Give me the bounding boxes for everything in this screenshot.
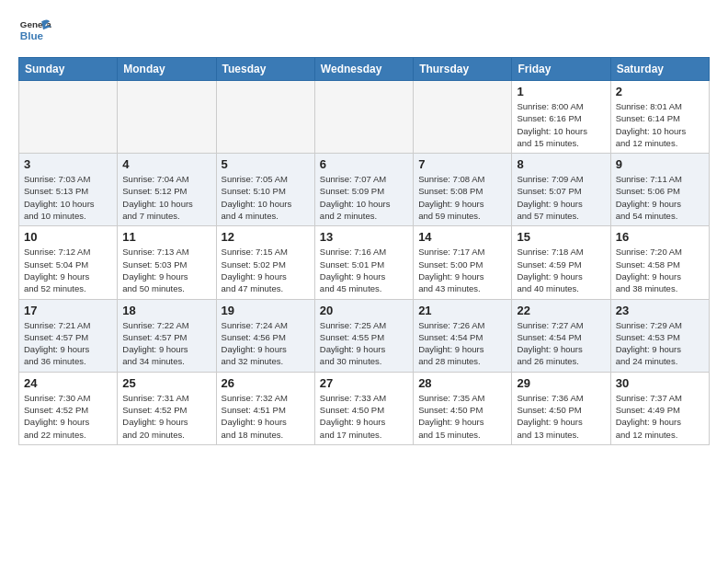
day-number: 4 xyxy=(122,157,210,171)
weekday-header: Tuesday xyxy=(216,58,314,81)
day-info: Sunrise: 7:08 AMSunset: 5:08 PMDaylight:… xyxy=(418,173,506,222)
day-number: 28 xyxy=(418,376,506,390)
day-number: 8 xyxy=(517,157,605,171)
day-number: 5 xyxy=(222,157,310,171)
calendar-cell: 8Sunrise: 7:09 AMSunset: 5:07 PMDaylight… xyxy=(512,154,610,226)
day-info: Sunrise: 8:01 AMSunset: 6:14 PMDaylight:… xyxy=(616,100,704,149)
calendar-cell xyxy=(314,81,413,154)
calendar-cell: 23Sunrise: 7:29 AMSunset: 4:53 PMDayligh… xyxy=(610,299,709,372)
calendar-cell: 15Sunrise: 7:18 AMSunset: 4:59 PMDayligh… xyxy=(512,226,610,299)
header: General Blue xyxy=(18,15,710,48)
day-number: 30 xyxy=(616,376,704,390)
weekday-header: Thursday xyxy=(414,58,512,81)
day-info: Sunrise: 7:05 AMSunset: 5:10 PMDaylight:… xyxy=(222,173,310,222)
calendar-cell: 20Sunrise: 7:25 AMSunset: 4:55 PMDayligh… xyxy=(314,299,413,372)
day-info: Sunrise: 7:21 AMSunset: 4:57 PMDaylight:… xyxy=(24,319,112,368)
calendar-cell: 26Sunrise: 7:32 AMSunset: 4:51 PMDayligh… xyxy=(216,372,314,444)
calendar-cell: 14Sunrise: 7:17 AMSunset: 5:00 PMDayligh… xyxy=(414,226,512,299)
day-info: Sunrise: 7:26 AMSunset: 4:54 PMDaylight:… xyxy=(418,319,506,368)
day-info: Sunrise: 7:15 AMSunset: 5:02 PMDaylight:… xyxy=(222,246,310,294)
weekday-header: Wednesday xyxy=(314,58,413,81)
calendar-week-row: 3Sunrise: 7:03 AMSunset: 5:13 PMDaylight… xyxy=(19,154,710,226)
day-info: Sunrise: 7:18 AMSunset: 4:59 PMDaylight:… xyxy=(517,246,605,294)
day-info: Sunrise: 7:12 AMSunset: 5:04 PMDaylight:… xyxy=(24,246,112,294)
day-number: 18 xyxy=(122,304,210,317)
day-info: Sunrise: 7:27 AMSunset: 4:54 PMDaylight:… xyxy=(517,319,605,368)
day-info: Sunrise: 7:30 AMSunset: 4:52 PMDaylight:… xyxy=(24,392,112,441)
day-number: 24 xyxy=(24,376,112,390)
calendar-cell: 10Sunrise: 7:12 AMSunset: 5:04 PMDayligh… xyxy=(19,226,118,299)
calendar-cell: 6Sunrise: 7:07 AMSunset: 5:09 PMDaylight… xyxy=(314,154,413,226)
calendar-cell: 11Sunrise: 7:13 AMSunset: 5:03 PMDayligh… xyxy=(118,226,216,299)
calendar-week-row: 1Sunrise: 8:00 AMSunset: 6:16 PMDaylight… xyxy=(19,81,710,154)
day-info: Sunrise: 8:00 AMSunset: 6:16 PMDaylight:… xyxy=(517,100,605,149)
calendar-cell: 27Sunrise: 7:33 AMSunset: 4:50 PMDayligh… xyxy=(314,372,413,444)
day-info: Sunrise: 7:13 AMSunset: 5:03 PMDaylight:… xyxy=(122,246,210,294)
svg-text:Blue: Blue xyxy=(20,29,44,41)
weekday-header: Sunday xyxy=(19,58,118,81)
day-info: Sunrise: 7:09 AMSunset: 5:07 PMDaylight:… xyxy=(517,173,605,222)
day-info: Sunrise: 7:29 AMSunset: 4:53 PMDaylight:… xyxy=(616,319,704,368)
day-info: Sunrise: 7:03 AMSunset: 5:13 PMDaylight:… xyxy=(24,173,112,222)
day-number: 26 xyxy=(222,376,310,390)
day-number: 1 xyxy=(517,85,605,98)
calendar-cell: 16Sunrise: 7:20 AMSunset: 4:58 PMDayligh… xyxy=(610,226,709,299)
day-info: Sunrise: 7:17 AMSunset: 5:00 PMDaylight:… xyxy=(418,246,506,294)
calendar-cell: 17Sunrise: 7:21 AMSunset: 4:57 PMDayligh… xyxy=(19,299,118,372)
day-number: 21 xyxy=(418,304,506,317)
day-number: 20 xyxy=(320,304,408,317)
day-number: 22 xyxy=(517,304,605,317)
calendar-cell xyxy=(414,81,512,154)
calendar-cell: 22Sunrise: 7:27 AMSunset: 4:54 PMDayligh… xyxy=(512,299,610,372)
day-info: Sunrise: 7:32 AMSunset: 4:51 PMDaylight:… xyxy=(222,392,310,441)
day-number: 2 xyxy=(616,85,704,98)
day-info: Sunrise: 7:25 AMSunset: 4:55 PMDaylight:… xyxy=(320,319,408,368)
day-info: Sunrise: 7:36 AMSunset: 4:50 PMDaylight:… xyxy=(517,392,605,441)
day-info: Sunrise: 7:07 AMSunset: 5:09 PMDaylight:… xyxy=(320,173,408,222)
calendar-cell: 29Sunrise: 7:36 AMSunset: 4:50 PMDayligh… xyxy=(512,372,610,444)
calendar: SundayMondayTuesdayWednesdayThursdayFrid… xyxy=(18,57,710,445)
day-number: 11 xyxy=(122,230,210,244)
calendar-cell: 19Sunrise: 7:24 AMSunset: 4:56 PMDayligh… xyxy=(216,299,314,372)
page: General Blue SundayMondayTuesdayWednesda… xyxy=(0,0,728,454)
day-number: 13 xyxy=(320,230,408,244)
day-number: 3 xyxy=(24,157,112,171)
calendar-cell xyxy=(118,81,216,154)
calendar-cell: 21Sunrise: 7:26 AMSunset: 4:54 PMDayligh… xyxy=(414,299,512,372)
day-info: Sunrise: 7:35 AMSunset: 4:50 PMDaylight:… xyxy=(418,392,506,441)
day-number: 10 xyxy=(24,230,112,244)
day-number: 25 xyxy=(122,376,210,390)
calendar-week-row: 10Sunrise: 7:12 AMSunset: 5:04 PMDayligh… xyxy=(19,226,710,299)
day-info: Sunrise: 7:16 AMSunset: 5:01 PMDaylight:… xyxy=(320,246,408,294)
day-number: 23 xyxy=(616,304,704,317)
day-info: Sunrise: 7:31 AMSunset: 4:52 PMDaylight:… xyxy=(122,392,210,441)
calendar-cell: 9Sunrise: 7:11 AMSunset: 5:06 PMDaylight… xyxy=(610,154,709,226)
logo: General Blue xyxy=(18,15,53,48)
day-number: 19 xyxy=(222,304,310,317)
day-number: 27 xyxy=(320,376,408,390)
day-number: 7 xyxy=(418,157,506,171)
day-info: Sunrise: 7:33 AMSunset: 4:50 PMDaylight:… xyxy=(320,392,408,441)
weekday-header: Monday xyxy=(118,58,216,81)
day-info: Sunrise: 7:11 AMSunset: 5:06 PMDaylight:… xyxy=(616,173,704,222)
weekday-header: Friday xyxy=(512,58,610,81)
day-info: Sunrise: 7:22 AMSunset: 4:57 PMDaylight:… xyxy=(122,319,210,368)
calendar-cell: 24Sunrise: 7:30 AMSunset: 4:52 PMDayligh… xyxy=(19,372,118,444)
calendar-week-row: 24Sunrise: 7:30 AMSunset: 4:52 PMDayligh… xyxy=(19,372,710,444)
day-info: Sunrise: 7:24 AMSunset: 4:56 PMDaylight:… xyxy=(222,319,310,368)
calendar-cell: 18Sunrise: 7:22 AMSunset: 4:57 PMDayligh… xyxy=(118,299,216,372)
weekday-header-row: SundayMondayTuesdayWednesdayThursdayFrid… xyxy=(19,58,710,81)
day-info: Sunrise: 7:37 AMSunset: 4:49 PMDaylight:… xyxy=(616,392,704,441)
day-number: 15 xyxy=(517,230,605,244)
day-number: 16 xyxy=(616,230,704,244)
day-number: 12 xyxy=(222,230,310,244)
calendar-cell: 1Sunrise: 8:00 AMSunset: 6:16 PMDaylight… xyxy=(512,81,610,154)
day-info: Sunrise: 7:04 AMSunset: 5:12 PMDaylight:… xyxy=(122,173,210,222)
calendar-cell: 2Sunrise: 8:01 AMSunset: 6:14 PMDaylight… xyxy=(610,81,709,154)
calendar-week-row: 17Sunrise: 7:21 AMSunset: 4:57 PMDayligh… xyxy=(19,299,710,372)
day-info: Sunrise: 7:20 AMSunset: 4:58 PMDaylight:… xyxy=(616,246,704,294)
day-number: 14 xyxy=(418,230,506,244)
day-number: 29 xyxy=(517,376,605,390)
calendar-cell: 25Sunrise: 7:31 AMSunset: 4:52 PMDayligh… xyxy=(118,372,216,444)
calendar-cell: 28Sunrise: 7:35 AMSunset: 4:50 PMDayligh… xyxy=(414,372,512,444)
